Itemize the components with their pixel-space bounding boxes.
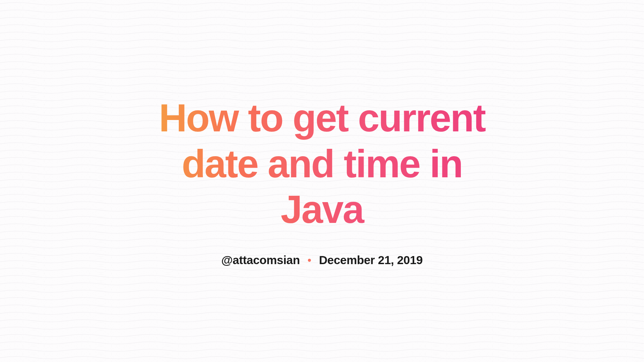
- published-date: December 21, 2019: [319, 253, 423, 267]
- article-meta: @attacomsian December 21, 2019: [151, 253, 493, 267]
- article-header: How to get current date and time in Java…: [138, 95, 506, 267]
- bullet-separator-icon: [308, 259, 311, 262]
- author-handle[interactable]: @attacomsian: [221, 253, 300, 267]
- article-title: How to get current date and time in Java: [151, 95, 493, 233]
